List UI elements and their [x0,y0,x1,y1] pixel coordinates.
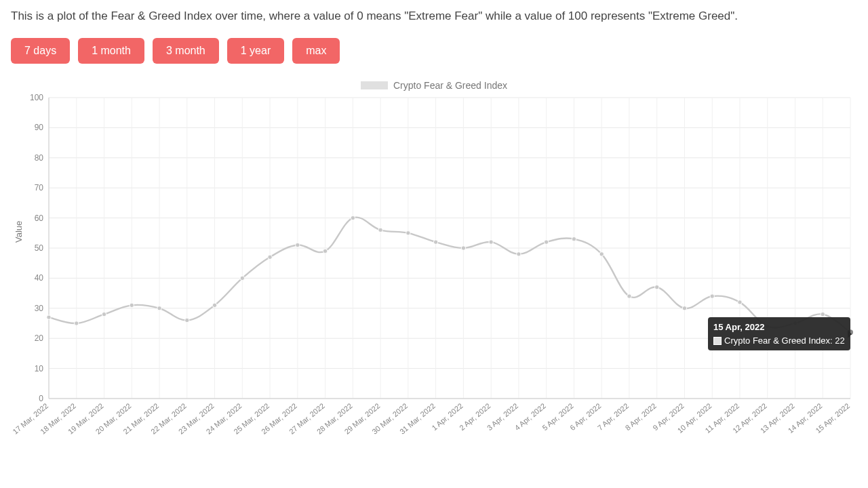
svg-text:30: 30 [35,304,44,313]
svg-point-101 [517,251,521,256]
svg-point-84 [47,315,51,319]
svg-text:70: 70 [35,183,44,192]
range-button-1-year[interactable]: 1 year [227,38,284,64]
range-button-max[interactable]: max [292,38,340,64]
svg-point-86 [102,312,106,316]
svg-point-104 [599,251,604,256]
svg-point-113 [847,329,854,336]
legend-label: Crypto Fear & Greed Index [393,80,507,91]
range-button-1-month[interactable]: 1 month [78,38,144,64]
range-button-3-month[interactable]: 3 month [153,38,219,64]
svg-point-110 [766,324,770,328]
svg-point-105 [627,294,631,298]
svg-point-93 [296,243,300,247]
svg-point-96 [378,228,382,232]
svg-text:20: 20 [35,333,44,343]
svg-text:60: 60 [35,213,44,222]
svg-text:0: 0 [39,394,43,403]
svg-point-111 [793,321,797,325]
svg-text:100: 100 [30,94,43,102]
svg-point-95 [351,216,355,220]
svg-text:50: 50 [35,243,44,253]
svg-point-89 [185,318,189,322]
svg-text:40: 40 [35,273,44,283]
svg-point-91 [240,276,244,280]
svg-point-100 [489,240,493,244]
y-axis-label: Value [14,221,24,243]
svg-text:80: 80 [35,153,44,163]
svg-point-98 [433,240,437,244]
svg-point-99 [461,246,465,250]
svg-point-102 [544,240,548,244]
range-button-group: 7 days1 month3 month1 yearmax [11,38,857,64]
svg-point-112 [821,312,825,316]
svg-point-87 [130,303,134,307]
svg-point-94 [323,249,327,253]
svg-point-107 [682,306,686,310]
svg-point-97 [406,230,410,235]
legend-swatch-icon [361,81,388,89]
svg-point-103 [572,237,576,241]
svg-point-106 [654,285,658,289]
svg-text:90: 90 [35,123,44,132]
chart-area: 010203040506070809010017 Mar, 202218 Mar… [11,94,857,480]
range-button-7-days[interactable]: 7 days [11,38,70,64]
svg-point-109 [738,300,742,304]
svg-text:10: 10 [35,363,44,373]
line-chart: 010203040506070809010017 Mar, 202218 Mar… [11,94,857,460]
svg-point-108 [710,294,714,298]
svg-point-88 [157,306,161,310]
svg-point-92 [268,255,272,259]
chart-legend: Crypto Fear & Greed Index [11,80,857,91]
chart-description: This is a plot of the Fear & Greed Index… [11,8,857,24]
svg-point-85 [75,321,79,325]
svg-point-90 [212,303,216,307]
